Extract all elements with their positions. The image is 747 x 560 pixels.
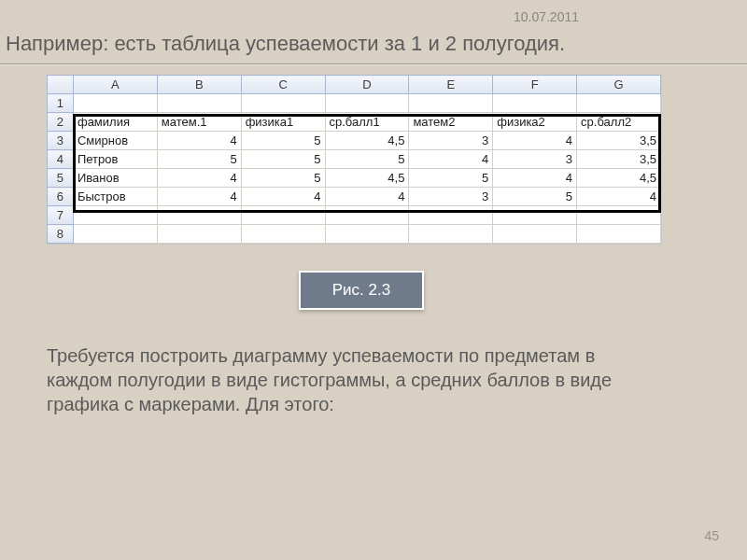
cell[interactable]: 5 (241, 132, 325, 150)
cell[interactable]: Смирнов (73, 132, 157, 150)
col-header-e[interactable]: E (409, 76, 493, 94)
cell[interactable]: 5 (325, 150, 409, 169)
row-header[interactable]: 4 (48, 150, 74, 169)
cell[interactable] (493, 206, 577, 225)
page-number: 45 (704, 528, 719, 543)
row-header[interactable]: 1 (48, 94, 74, 113)
table-row: 3 Смирнов 4 5 4,5 3 4 3,5 (48, 132, 661, 150)
cell[interactable]: 4 (157, 188, 241, 206)
cell[interactable]: физика1 (241, 113, 325, 132)
cell[interactable]: ср.балл2 (577, 113, 661, 132)
figure-caption: Рис. 2.3 (299, 271, 424, 310)
cell[interactable]: 4 (409, 150, 493, 169)
row-header[interactable]: 2 (48, 113, 74, 132)
table-row: 2 фамилия матем.1 физика1 ср.балл1 матем… (48, 113, 661, 132)
col-header-c[interactable]: C (241, 76, 325, 94)
cell[interactable] (241, 206, 325, 225)
table-row: 1 (48, 94, 661, 113)
select-all-cell[interactable] (48, 76, 74, 94)
cell[interactable]: 4 (325, 188, 409, 206)
cell[interactable]: матем2 (409, 113, 493, 132)
table-row: 6 Быстров 4 4 4 3 5 4 (48, 188, 661, 206)
slide-date: 10.07.2011 (514, 9, 579, 24)
table-row: 5 Иванов 4 5 4,5 5 4 4,5 (48, 169, 661, 188)
cell[interactable] (73, 225, 157, 244)
cell[interactable]: 3,5 (577, 132, 661, 150)
cell[interactable]: Иванов (73, 169, 157, 188)
col-header-d[interactable]: D (325, 76, 409, 94)
cell[interactable]: фамилия (73, 113, 157, 132)
cell[interactable] (241, 94, 325, 113)
col-header-f[interactable]: F (493, 76, 577, 94)
cell[interactable]: 4 (157, 132, 241, 150)
row-header[interactable]: 6 (48, 188, 74, 206)
cell[interactable]: 5 (241, 169, 325, 188)
cell[interactable]: физика2 (493, 113, 577, 132)
cell[interactable]: 4 (241, 188, 325, 206)
cell[interactable]: 3 (409, 188, 493, 206)
cell[interactable] (409, 94, 493, 113)
table-row: 8 (48, 225, 661, 244)
cell[interactable]: 5 (409, 169, 493, 188)
cell[interactable] (493, 225, 577, 244)
cell[interactable]: Петров (73, 150, 157, 169)
cell[interactable] (325, 206, 409, 225)
cell[interactable]: 3,5 (577, 150, 661, 169)
cell[interactable] (73, 206, 157, 225)
cell[interactable] (157, 94, 241, 113)
slide-title: Например: есть таблица успеваемости за 1… (6, 32, 565, 56)
cell[interactable] (577, 206, 661, 225)
cell[interactable]: 5 (493, 188, 577, 206)
cell[interactable]: матем.1 (157, 113, 241, 132)
col-header-a[interactable]: A (73, 76, 157, 94)
cell[interactable]: 3 (409, 132, 493, 150)
row-header[interactable]: 5 (48, 169, 74, 188)
cell[interactable] (73, 94, 157, 113)
cell[interactable]: 4 (493, 132, 577, 150)
col-header-g[interactable]: G (577, 76, 661, 94)
body-text: Требуется построить диаграмму успеваемос… (47, 343, 654, 416)
row-header[interactable]: 7 (48, 206, 74, 225)
cell[interactable]: 5 (157, 150, 241, 169)
row-header[interactable]: 3 (48, 132, 74, 150)
cell[interactable] (241, 225, 325, 244)
cell[interactable] (157, 206, 241, 225)
table-row: 7 (48, 206, 661, 225)
cell[interactable] (157, 225, 241, 244)
cell[interactable]: 4 (577, 188, 661, 206)
cell[interactable]: 4 (493, 169, 577, 188)
cell[interactable]: Быстров (73, 188, 157, 206)
cell[interactable] (409, 206, 493, 225)
cell[interactable] (409, 225, 493, 244)
cell[interactable] (577, 225, 661, 244)
table-row: 4 Петров 5 5 5 4 3 3,5 (48, 150, 661, 169)
cell[interactable]: 5 (241, 150, 325, 169)
col-header-b[interactable]: B (157, 76, 241, 94)
cell[interactable]: 4 (157, 169, 241, 188)
cell[interactable]: 4,5 (325, 169, 409, 188)
cell[interactable]: 3 (493, 150, 577, 169)
cell[interactable]: 4,5 (577, 169, 661, 188)
divider (0, 63, 747, 65)
cell[interactable] (493, 94, 577, 113)
cell[interactable] (325, 225, 409, 244)
spreadsheet: A B C D E F G 1 2 фамилия матем.1 физика… (47, 75, 662, 245)
cell[interactable] (325, 94, 409, 113)
cell[interactable] (577, 94, 661, 113)
cell[interactable]: ср.балл1 (325, 113, 409, 132)
cell[interactable]: 4,5 (325, 132, 409, 150)
row-header[interactable]: 8 (48, 225, 74, 244)
